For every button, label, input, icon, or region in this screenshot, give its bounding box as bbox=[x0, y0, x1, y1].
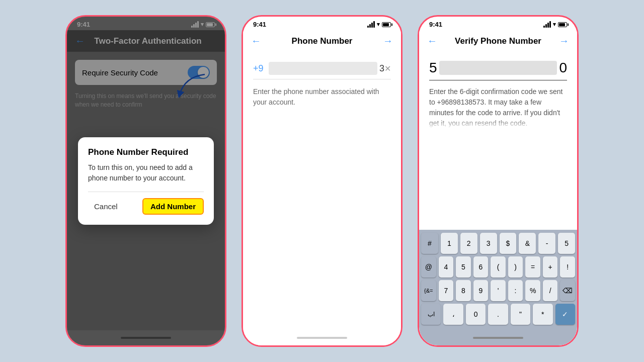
signal-icon bbox=[543, 21, 551, 28]
phone-1-screen: ← Two-Factor Authentication Require Secu… bbox=[67, 30, 225, 345]
home-bar bbox=[473, 337, 523, 339]
verify-description-container: Enter the 6-digit confirmation code we s… bbox=[429, 86, 567, 129]
phone-2-status-bar: 9:41 ▾ bbox=[243, 17, 401, 30]
battery-icon bbox=[382, 22, 391, 27]
key-hash[interactable]: # bbox=[421, 233, 438, 254]
phone-2-screen: ← Phone Number → +9 3 ✕ Enter the phone … bbox=[243, 30, 401, 345]
key-rparen[interactable]: ) bbox=[508, 256, 523, 278]
clear-icon[interactable]: ✕ bbox=[384, 64, 391, 73]
key-equals[interactable]: = bbox=[525, 256, 540, 278]
key-6[interactable]: 6 bbox=[473, 256, 489, 278]
key-apostrophe[interactable]: ' bbox=[491, 280, 506, 301]
keyboard-row-3: {&= 7 8 9 ' : % / ⌫ bbox=[421, 280, 575, 301]
add-number-button[interactable]: Add Number bbox=[142, 198, 204, 215]
phone-input-area: +9 3 ✕ Enter the phone number associated… bbox=[243, 52, 401, 116]
key-exclaim[interactable]: ! bbox=[560, 256, 575, 278]
key-star[interactable]: * bbox=[533, 304, 552, 325]
phone-2: 9:41 ▾ ← Phone Number → +9 bbox=[242, 15, 403, 347]
key-2[interactable]: 2 bbox=[460, 233, 477, 254]
key-3[interactable]: 3 bbox=[480, 233, 497, 254]
phone-2-status-icons: ▾ bbox=[367, 21, 391, 28]
delete-key[interactable]: ⌫ bbox=[560, 280, 575, 301]
key-comma-ar[interactable]: ، bbox=[443, 304, 463, 325]
phone-number-modal: Phone Number Required To turn this on, y… bbox=[78, 137, 214, 225]
phone-suffix: 3 bbox=[379, 63, 384, 74]
key-period[interactable]: . bbox=[488, 304, 508, 325]
forward-button[interactable]: → bbox=[383, 35, 393, 47]
phone-3-status-icons: ▾ bbox=[543, 21, 567, 28]
key-colon[interactable]: : bbox=[508, 280, 523, 301]
code-prefix: 5 bbox=[429, 60, 437, 76]
phone-3-status-bar: 9:41 ▾ bbox=[419, 17, 577, 30]
confirm-key[interactable]: ✓ bbox=[555, 304, 575, 325]
phone-2-title: Phone Number bbox=[267, 36, 377, 46]
key-plus[interactable]: + bbox=[543, 256, 558, 278]
phone-2-time: 9:41 bbox=[253, 21, 266, 28]
modal-body: To turn this on, you need to add a phone… bbox=[88, 162, 204, 184]
key-lparen[interactable]: ( bbox=[491, 256, 506, 278]
phones-container: 9:41 ▾ ← Two-Factor Authentication Requi… bbox=[65, 15, 579, 347]
back-button[interactable]: ← bbox=[251, 35, 261, 47]
phone-1: 9:41 ▾ ← Two-Factor Authentication Requi… bbox=[65, 15, 226, 347]
key-4[interactable]: 4 bbox=[439, 256, 454, 278]
verification-code-field[interactable] bbox=[439, 61, 557, 75]
verify-content: 5 0 Enter the 6-digit confirmation code … bbox=[419, 52, 577, 230]
key-5b[interactable]: 5 bbox=[456, 256, 471, 278]
key-8[interactable]: 8 bbox=[456, 280, 471, 301]
phone-3-screen: ← Verify Phone Number → 5 0 Enter the 6-… bbox=[419, 30, 577, 345]
code-suffix: 0 bbox=[559, 60, 567, 76]
country-code: +9 bbox=[253, 63, 264, 74]
wifi-icon: ▾ bbox=[553, 21, 556, 28]
keyboard-row-1: # 1 2 3 $ & - 5 bbox=[421, 233, 575, 254]
modal-overlay: Phone Number Required To turn this on, y… bbox=[67, 30, 225, 345]
key-5[interactable]: 5 bbox=[558, 233, 575, 254]
key-dash[interactable]: - bbox=[538, 233, 555, 254]
signal-icon bbox=[367, 21, 375, 28]
phone-3-home bbox=[419, 330, 577, 345]
key-9[interactable]: 9 bbox=[473, 280, 489, 301]
phone-2-empty-area bbox=[243, 116, 401, 330]
keyboard-row-4: اب ، 0 . " * ✓ bbox=[421, 304, 575, 325]
key-quote[interactable]: " bbox=[511, 304, 530, 325]
key-slash[interactable]: / bbox=[543, 280, 558, 301]
modal-title: Phone Number Required bbox=[88, 147, 204, 157]
key-0[interactable]: 0 bbox=[466, 304, 486, 325]
battery-icon bbox=[558, 22, 567, 27]
key-ampersand[interactable]: & bbox=[519, 233, 536, 254]
phone-3: 9:41 ▾ ← Verify Phone Number → 5 bbox=[418, 15, 579, 347]
phone-number-field[interactable] bbox=[269, 62, 377, 75]
forward-button[interactable]: → bbox=[559, 35, 569, 47]
cancel-button[interactable]: Cancel bbox=[88, 200, 124, 213]
phone-3-header: ← Verify Phone Number → bbox=[419, 30, 577, 52]
home-bar bbox=[297, 337, 347, 339]
keyboard-row-2: @ 4 5 6 ( ) = + ! bbox=[421, 256, 575, 278]
key-7[interactable]: 7 bbox=[439, 280, 454, 301]
phone-3-time: 9:41 bbox=[429, 21, 442, 28]
wifi-icon: ▾ bbox=[377, 21, 380, 28]
key-percent[interactable]: % bbox=[525, 280, 540, 301]
phone-3-title: Verify Phone Number bbox=[443, 36, 553, 46]
key-1[interactable]: 1 bbox=[441, 233, 458, 254]
code-input-row: 5 0 bbox=[429, 60, 567, 80]
key-dollar[interactable]: $ bbox=[500, 233, 517, 254]
phone-input-row: +9 3 ✕ bbox=[253, 62, 391, 79]
key-arabic[interactable]: اب bbox=[421, 304, 441, 325]
key-at[interactable]: @ bbox=[421, 256, 436, 278]
keyboard: # 1 2 3 $ & - 5 @ 4 5 6 ( ) = + bbox=[419, 230, 577, 330]
verify-description: Enter the 6-digit confirmation code we s… bbox=[429, 86, 567, 129]
phone-2-header: ← Phone Number → bbox=[243, 30, 401, 52]
key-symbols[interactable]: {&= bbox=[421, 280, 436, 301]
phone-2-home bbox=[243, 330, 401, 345]
phone-hint: Enter the phone number associated with y… bbox=[253, 86, 391, 108]
modal-buttons: Cancel Add Number bbox=[88, 192, 204, 215]
back-button[interactable]: ← bbox=[427, 35, 437, 47]
